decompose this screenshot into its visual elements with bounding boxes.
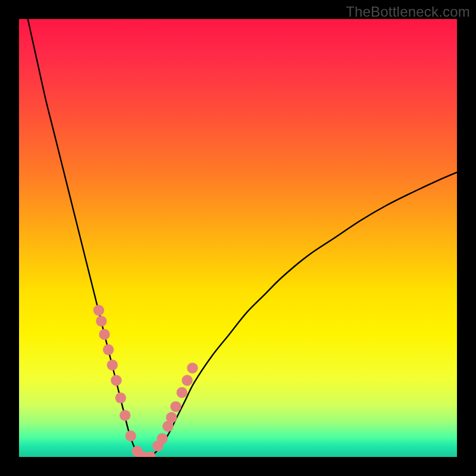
marker-dot <box>177 387 187 398</box>
marker-dot <box>99 329 109 340</box>
chart-frame: TheBottleneck.com <box>0 0 476 476</box>
marker-dot <box>166 412 177 423</box>
marker-dot <box>111 375 121 386</box>
watermark-text: TheBottleneck.com <box>346 4 470 20</box>
marker-dot <box>120 410 130 421</box>
marker-dot <box>156 433 167 444</box>
marker-dot <box>103 344 114 355</box>
marker-dot <box>181 375 192 386</box>
gradient-background <box>19 19 457 457</box>
marker-dot <box>96 316 107 327</box>
marker-dot <box>187 362 198 373</box>
marker-dot <box>107 359 118 370</box>
marker-dot <box>170 401 181 412</box>
marker-dot <box>125 430 136 441</box>
marker-dot <box>115 392 126 403</box>
chart-plot <box>19 19 457 457</box>
marker-dot <box>93 305 104 315</box>
